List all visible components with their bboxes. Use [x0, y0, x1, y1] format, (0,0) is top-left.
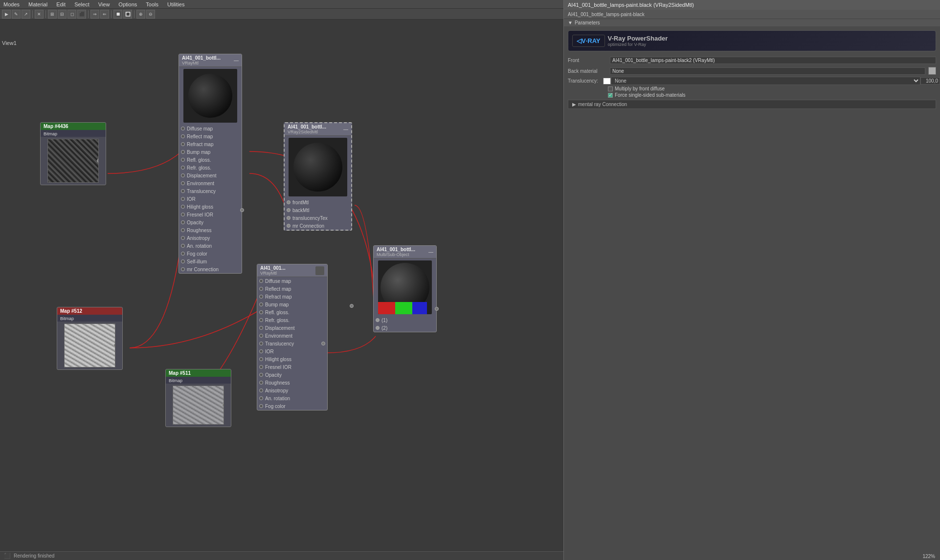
toolbar-btn-12[interactable]: 🔳 — [123, 10, 132, 19]
vray2sided-frontmtl-dot[interactable] — [287, 200, 291, 204]
socket-opacity-dot[interactable] — [181, 220, 185, 224]
socket-diffuse-map[interactable]: Diffuse map — [179, 125, 242, 132]
socket-hilight-gloss-dot[interactable] — [181, 205, 185, 209]
multisub-node[interactable]: AI41_001_bottl... Multi/Sub-Object — (1)… — [373, 245, 437, 332]
vraymtl-main-node[interactable]: AI41_001_bottl... VRayMtl — Diffuse map … — [179, 54, 242, 274]
map-511-output-socket[interactable] — [222, 403, 224, 407]
multisub-2-dot[interactable] — [376, 326, 380, 330]
small-socket-refr-gloss[interactable]: Refr. gloss. — [257, 316, 327, 324]
vraymtl-main-close[interactable]: — — [234, 58, 239, 63]
map-4436-output-socket[interactable] — [97, 159, 99, 163]
menu-modes[interactable]: Modes — [2, 1, 21, 7]
small-socket-an-rotation[interactable]: An. rotation — [257, 394, 327, 402]
socket-hilight-gloss[interactable]: Hilight gloss — [179, 203, 242, 211]
small-refr-gloss-dot[interactable] — [259, 318, 263, 322]
map-512-node[interactable]: Map #512 Bitmap — [57, 307, 123, 370]
small-translucency-right-dot[interactable] — [321, 342, 325, 345]
socket-anisotropy-dot[interactable] — [181, 236, 185, 240]
translucency-number[interactable] — [920, 77, 940, 85]
small-roughness-dot[interactable] — [259, 381, 263, 385]
menu-options[interactable]: Options — [117, 1, 138, 7]
vray2sided-mr-dot[interactable] — [287, 224, 291, 228]
canvas-area[interactable]: View1 Map #4436 Bitmap — [0, 20, 563, 560]
map-511-node[interactable]: Map #511 Bitmap — [165, 369, 231, 427]
translucency-swatch[interactable] — [603, 78, 611, 85]
vray2sided-output[interactable] — [350, 304, 354, 308]
socket-environment[interactable]: Environment — [179, 179, 242, 187]
small-socket-fog[interactable]: Fog color — [257, 402, 327, 410]
socket-reflect-map-dot[interactable] — [181, 134, 185, 138]
socket-fresnel-ior-dot[interactable] — [181, 213, 185, 216]
multiply-checkbox[interactable] — [608, 86, 613, 91]
small-ior-dot[interactable] — [259, 349, 263, 353]
small-refract-dot[interactable] — [259, 295, 263, 299]
socket-translucency-dot[interactable] — [181, 189, 185, 193]
vray2sided-socket-translucency[interactable]: translucencyTex — [285, 214, 351, 222]
toolbar-btn-11[interactable]: 🔲 — [113, 10, 122, 19]
toolbar-btn-4[interactable]: ✕ — [35, 10, 44, 19]
socket-refract-map[interactable]: Refract map — [179, 140, 242, 148]
force-checkbox[interactable]: ✓ — [608, 93, 613, 98]
small-bump-dot[interactable] — [259, 302, 263, 306]
multisub-socket-1[interactable]: (1) — [374, 316, 436, 324]
mental-ray-bar[interactable]: ▶ mental ray Connection — [568, 100, 936, 109]
menu-edit[interactable]: Edit — [55, 1, 67, 7]
socket-refr-gloss-dot[interactable] — [181, 166, 185, 170]
socket-self-illum[interactable]: Self-illum — [179, 258, 242, 265]
vray2sided-translucency-dot[interactable] — [287, 216, 291, 220]
menu-utilities[interactable]: Utilities — [166, 1, 186, 7]
socket-an-rotation[interactable]: An. rotation — [179, 242, 242, 250]
toolbar-btn-6[interactable]: ⊟ — [58, 10, 67, 19]
small-translucency-dot[interactable] — [259, 342, 263, 345]
vraymtl-main-output[interactable] — [240, 208, 244, 212]
small-socket-refl-gloss[interactable]: Refl. gloss. — [257, 308, 327, 316]
small-fog-dot[interactable] — [259, 404, 263, 408]
vray2sided-backmtl-dot[interactable] — [287, 208, 291, 212]
small-socket-refract[interactable]: Refract map — [257, 293, 327, 301]
multisub-output[interactable] — [435, 307, 439, 311]
socket-anisotropy[interactable]: Anisotropy — [179, 234, 242, 242]
toolbar-btn-7[interactable]: ◻ — [67, 10, 76, 19]
menu-select[interactable]: Select — [73, 1, 91, 7]
vray2sided-close[interactable]: — — [343, 127, 348, 132]
multisub-close[interactable]: — — [428, 249, 433, 255]
translucency-dropdown[interactable]: None — [611, 77, 920, 85]
toolbar-btn-5[interactable]: ⊞ — [48, 10, 57, 19]
small-socket-roughness[interactable]: Roughness — [257, 379, 327, 387]
back-material-swatch[interactable] — [928, 67, 936, 75]
socket-displacement[interactable]: Displacement — [179, 172, 242, 179]
vray2sided-socket-backmtl[interactable]: backMtl — [285, 206, 351, 214]
small-fresnel-dot[interactable] — [259, 365, 263, 369]
multisub-socket-2[interactable]: (2) — [374, 324, 436, 332]
vray2sided-socket-mr[interactable]: mr Connection — [285, 222, 351, 230]
socket-mr-connection[interactable]: mr Connection — [179, 265, 242, 273]
socket-fog-color-dot[interactable] — [181, 252, 185, 256]
small-socket-fresnel[interactable]: Fresnel IOR — [257, 363, 327, 371]
socket-self-illum-dot[interactable] — [181, 259, 185, 263]
socket-an-rotation-dot[interactable] — [181, 244, 185, 248]
socket-bump-map-dot[interactable] — [181, 150, 185, 154]
socket-displacement-dot[interactable] — [181, 173, 185, 177]
small-socket-environment[interactable]: Environment — [257, 332, 327, 340]
toolbar-btn-1[interactable]: ▶ — [2, 10, 11, 19]
vray2sided-socket-frontmtl[interactable]: frontMtl — [285, 198, 351, 206]
socket-refl-gloss-dot[interactable] — [181, 158, 185, 162]
socket-fresnel-ior[interactable]: Fresnel IOR — [179, 211, 242, 218]
socket-bump-map[interactable]: Bump map — [179, 148, 242, 156]
small-refl-gloss-dot[interactable] — [259, 310, 263, 314]
small-socket-ior[interactable]: IOR — [257, 347, 327, 355]
small-socket-reflect[interactable]: Reflect map — [257, 285, 327, 293]
vraymtl-small-node[interactable]: AI41_001... VRayMtl Diffuse map Reflect … — [257, 264, 328, 410]
small-environment-dot[interactable] — [259, 334, 263, 338]
socket-reflect-map[interactable]: Reflect map — [179, 132, 242, 140]
small-anisotropy-dot[interactable] — [259, 388, 263, 392]
small-an-rotation-dot[interactable] — [259, 396, 263, 400]
socket-environment-dot[interactable] — [181, 181, 185, 185]
small-reflect-dot[interactable] — [259, 287, 263, 291]
small-socket-displacement[interactable]: Displacement — [257, 324, 327, 332]
small-socket-diffuse[interactable]: Diffuse map — [257, 277, 327, 285]
menu-view[interactable]: View — [97, 1, 112, 7]
toolbar-btn-3[interactable]: ↗ — [22, 10, 30, 19]
socket-translucency[interactable]: Translucency — [179, 187, 242, 195]
toolbar-btn-2[interactable]: ✎ — [12, 10, 21, 19]
